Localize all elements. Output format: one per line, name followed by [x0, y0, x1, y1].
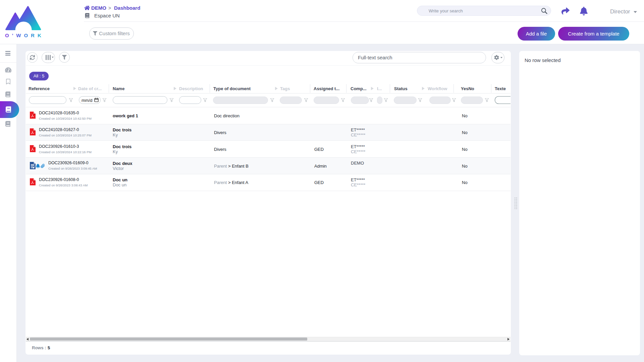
svg-text:O'WORK: O'WORK — [5, 33, 42, 38]
